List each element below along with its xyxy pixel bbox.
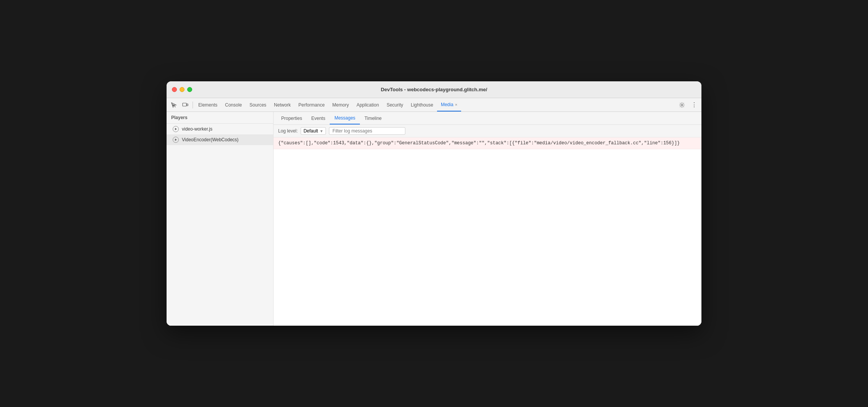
play-icon-video-worker	[173, 126, 179, 132]
tab-sources[interactable]: Sources	[246, 98, 270, 111]
traffic-lights	[172, 87, 192, 92]
minimize-button[interactable]	[180, 87, 185, 92]
devtools-toolbar: Elements Console Sources Network Perform…	[167, 98, 701, 112]
close-button[interactable]	[172, 87, 177, 92]
device-toggle-icon[interactable]	[180, 99, 191, 111]
tab-media-close-icon[interactable]: ×	[455, 102, 457, 107]
sidebar-item-video-worker[interactable]: video-worker.js	[167, 124, 273, 134]
sidebar-header: Players	[167, 112, 273, 124]
tab-application[interactable]: Application	[353, 98, 383, 111]
main-panel: Properties Events Messages Timeline Log …	[274, 112, 701, 326]
svg-rect-0	[183, 103, 186, 106]
toolbar-right: ⋮	[676, 99, 700, 111]
log-level-label: Log level:	[278, 128, 298, 134]
log-level-bar: Log level: Default ▼	[274, 125, 701, 137]
tab-events[interactable]: Events	[307, 112, 330, 124]
window-title: DevTools - webcodecs-playground.glitch.m…	[381, 87, 487, 92]
tab-network[interactable]: Network	[270, 98, 295, 111]
tab-lighthouse[interactable]: Lighthouse	[407, 98, 437, 111]
message-area: {"causes":[],"code":1543,"data":{},"grou…	[274, 137, 701, 326]
devtools-body: Players video-worker.js VideoEncoder(Web…	[167, 112, 701, 326]
tab-properties[interactable]: Properties	[277, 112, 307, 124]
tab-timeline[interactable]: Timeline	[360, 112, 386, 124]
svg-rect-1	[187, 104, 188, 106]
sidebar-item-video-encoder[interactable]: VideoEncoder(WebCodecs)	[167, 134, 273, 145]
devtools-window: DevTools - webcodecs-playground.glitch.m…	[167, 81, 701, 326]
toolbar-divider-1	[193, 102, 193, 108]
tab-elements[interactable]: Elements	[194, 98, 221, 111]
svg-point-2	[681, 104, 683, 106]
panel-tabs: Properties Events Messages Timeline	[274, 112, 701, 125]
toolbar-tabs: Elements Console Sources Network Perform…	[194, 98, 676, 111]
title-bar: DevTools - webcodecs-playground.glitch.m…	[167, 81, 701, 98]
tab-memory[interactable]: Memory	[329, 98, 353, 111]
tab-media[interactable]: Media ×	[437, 98, 461, 111]
maximize-button[interactable]	[187, 87, 192, 92]
tab-messages[interactable]: Messages	[330, 112, 360, 124]
filter-log-input[interactable]	[329, 127, 405, 135]
settings-icon[interactable]	[676, 99, 688, 111]
message-row: {"causes":[],"code":1543,"data":{},"grou…	[274, 137, 701, 149]
sidebar: Players video-worker.js VideoEncoder(Web…	[167, 112, 274, 326]
tab-console[interactable]: Console	[221, 98, 246, 111]
log-level-select[interactable]: Default ▼	[301, 127, 326, 135]
play-icon-video-encoder	[173, 137, 179, 143]
inspect-icon[interactable]	[168, 99, 180, 111]
tab-security[interactable]: Security	[383, 98, 407, 111]
log-level-dropdown-icon: ▼	[319, 129, 323, 133]
message-text: {"causes":[],"code":1543,"data":{},"grou…	[278, 140, 680, 147]
tab-performance[interactable]: Performance	[295, 98, 329, 111]
more-options-icon[interactable]: ⋮	[688, 99, 700, 111]
